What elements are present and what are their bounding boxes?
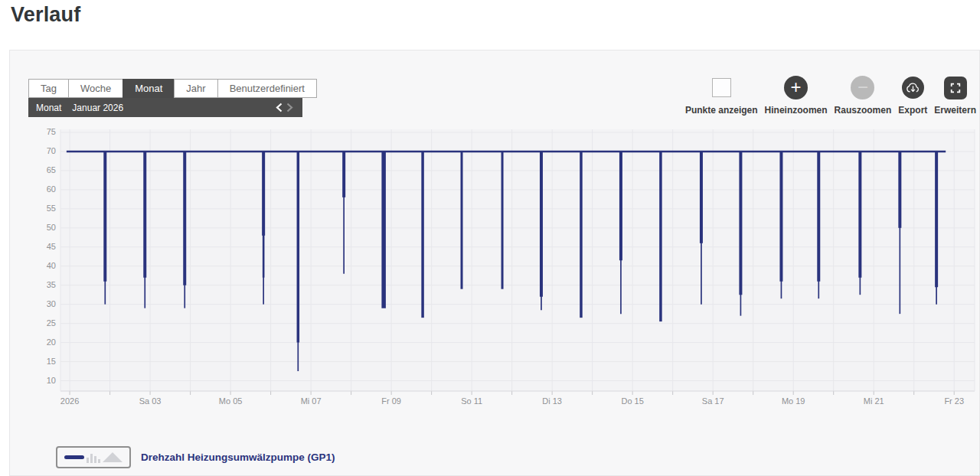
- plus-icon: +: [791, 78, 802, 96]
- x-tick-label: Mi 07: [301, 396, 322, 406]
- x-tick-label: Mo 05: [219, 396, 243, 406]
- tab-woche[interactable]: Woche: [68, 79, 123, 98]
- history-chart[interactable]: 10152025303540455055606570752026Sa 03Mo …: [39, 127, 980, 410]
- y-tick-label: 65: [47, 165, 56, 174]
- show-points-checkbox[interactable]: [712, 78, 731, 97]
- y-tick-label: 30: [47, 299, 56, 308]
- minus-icon: −: [858, 78, 868, 96]
- legend: Drehzahl Heizungsumwälzpumpe (GP1): [56, 446, 335, 468]
- period-bar: Monat Januar 2026: [28, 98, 302, 117]
- bar-type-icon[interactable]: [87, 452, 101, 463]
- zoom-out-label: Rauszoomen: [835, 105, 892, 116]
- tab-monat[interactable]: Monat: [122, 79, 175, 98]
- series-type-selector[interactable]: [56, 446, 131, 468]
- expand-button[interactable]: [944, 77, 967, 99]
- zoom-out-button[interactable]: −: [851, 76, 874, 99]
- period-mode-label: Monat: [36, 103, 61, 113]
- expand-control: Erweitern: [934, 76, 976, 116]
- line-type-icon[interactable]: [64, 455, 84, 459]
- x-tick-label: 2026: [60, 396, 79, 406]
- tab-jahr[interactable]: Jahr: [174, 79, 217, 98]
- cloud-download-icon: [906, 81, 920, 94]
- zoom-out-control: − Rauszoomen: [835, 76, 892, 116]
- x-tick-label: So 11: [461, 396, 482, 406]
- y-tick-label: 75: [47, 127, 56, 136]
- page-title: Verlauf: [11, 3, 80, 27]
- export-button[interactable]: [902, 77, 924, 99]
- x-tick-label: Mo 19: [782, 396, 805, 406]
- zoom-in-label: Hineinzoomen: [765, 105, 828, 116]
- expand-icon: [949, 82, 962, 94]
- y-tick-label: 20: [47, 337, 56, 347]
- area-type-icon[interactable]: [103, 452, 122, 462]
- x-tick-label: Di 13: [542, 396, 562, 406]
- next-period-button[interactable]: [284, 103, 295, 113]
- verlauf-panel: TagWocheMonatJahrBenutzerdefiniert Monat…: [9, 50, 980, 476]
- y-tick-label: 15: [47, 357, 56, 366]
- y-tick-label: 25: [47, 318, 56, 328]
- y-tick-label: 50: [47, 223, 56, 232]
- zoom-in-button[interactable]: +: [784, 76, 808, 99]
- x-tick-label: Sa 17: [702, 396, 724, 406]
- x-tick-label: Fr 09: [381, 396, 401, 406]
- tab-tag[interactable]: Tag: [28, 79, 69, 98]
- chart-controls: Punkte anzeigen + Hineinzoomen − Rauszoo…: [685, 76, 976, 116]
- show-points-control: Punkte anzeigen: [685, 76, 758, 116]
- y-tick-label: 40: [47, 261, 56, 270]
- period-value: Januar 2026: [72, 103, 123, 113]
- chevron-left-icon: [276, 103, 283, 112]
- y-tick-label: 60: [47, 184, 56, 194]
- x-tick-label: Mi 21: [864, 396, 884, 406]
- x-tick-label: Sa 03: [139, 396, 162, 406]
- expand-label: Erweitern: [934, 105, 976, 116]
- x-tick-label: Do 15: [621, 396, 643, 406]
- x-tick-label: Fr 23: [944, 396, 964, 406]
- y-tick-label: 45: [47, 242, 56, 251]
- y-tick-label: 70: [47, 146, 56, 155]
- zoom-in-control: + Hineinzoomen: [765, 76, 828, 116]
- y-tick-label: 35: [47, 280, 56, 289]
- y-tick-label: 55: [47, 204, 56, 213]
- y-tick-label: 10: [47, 376, 56, 385]
- show-points-label: Punkte anzeigen: [685, 105, 758, 116]
- previous-period-button[interactable]: [273, 103, 284, 113]
- export-label: Export: [898, 105, 927, 116]
- range-tabs: TagWocheMonatJahrBenutzerdefiniert: [28, 79, 317, 98]
- chevron-right-icon: [286, 103, 293, 112]
- plot-area[interactable]: [60, 129, 975, 391]
- export-control: Export: [898, 76, 927, 116]
- tab-benutzerdefiniert[interactable]: Benutzerdefiniert: [217, 79, 317, 98]
- legend-label: Drehzahl Heizungsumwälzpumpe (GP1): [141, 452, 335, 463]
